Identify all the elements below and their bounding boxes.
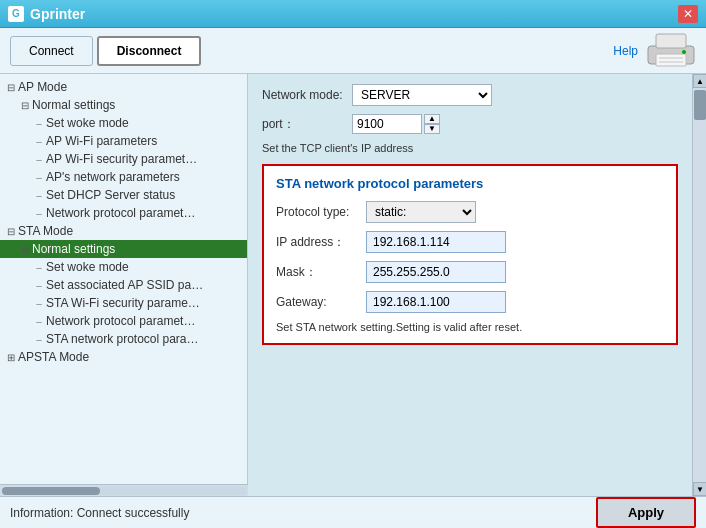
mask-input[interactable] (366, 261, 506, 283)
tree-item-label: Set woke mode (46, 260, 129, 274)
svg-point-5 (682, 50, 686, 54)
printer-icon (646, 32, 696, 70)
main-content: ⊟ AP Mode ⊟ Normal settings – Set woke m… (0, 74, 706, 496)
tree-item-set-dhcp[interactable]: – Set DHCP Server status (0, 186, 247, 204)
tree-item-label: AP Wi-Fi security paramet… (46, 152, 197, 166)
expand-icon: ⊞ (4, 352, 18, 363)
expand-icon: – (32, 208, 46, 219)
expand-icon: – (32, 298, 46, 309)
expand-icon: – (32, 316, 46, 327)
expand-icon: – (32, 154, 46, 165)
tree-item-label: Network protocol paramet… (46, 206, 195, 220)
expand-icon: – (32, 334, 46, 345)
hint-text: Set the TCP client's IP address (262, 142, 678, 154)
tree-item-sta-mode[interactable]: ⊟ STA Mode (0, 222, 247, 240)
protocol-type-select[interactable]: static: dynamic (366, 201, 476, 223)
right-panel: Network mode: SERVER CLIENT port： ▲ ▼ Se… (248, 74, 692, 496)
port-down-button[interactable]: ▼ (424, 124, 440, 134)
port-up-button[interactable]: ▲ (424, 114, 440, 124)
svg-rect-1 (656, 34, 686, 48)
expand-icon: – (32, 262, 46, 273)
toolbar: Connect Disconnect Help (0, 28, 706, 74)
tree-item-label: STA Mode (18, 224, 73, 238)
tree-panel: ⊟ AP Mode ⊟ Normal settings – Set woke m… (0, 74, 248, 496)
expand-icon: – (32, 136, 46, 147)
tree-item-label: Normal settings (32, 242, 115, 256)
gateway-row: Gateway: (276, 291, 664, 313)
tree-item-label: STA network protocol para… (46, 332, 199, 346)
scroll-down-arrow[interactable]: ▼ (693, 482, 706, 496)
red-section: STA network protocol parameters Protocol… (262, 164, 678, 345)
protocol-type-row: Protocol type: static: dynamic (276, 201, 664, 223)
protocol-type-label: Protocol type: (276, 205, 366, 219)
expand-icon: ⊟ (4, 226, 18, 237)
tree-item-network-proto-ap[interactable]: – Network protocol paramet… (0, 204, 247, 222)
tree-item-label: AP Mode (18, 80, 67, 94)
ip-address-row: IP address： (276, 231, 664, 253)
expand-icon: ⊟ (18, 100, 32, 111)
svg-rect-3 (659, 57, 683, 59)
port-row: port： ▲ ▼ (262, 114, 678, 134)
tree-item-ap-wifi-security[interactable]: – AP Wi-Fi security paramet… (0, 150, 247, 168)
help-link[interactable]: Help (613, 44, 638, 58)
disconnect-button[interactable]: Disconnect (97, 36, 202, 66)
tree-item-label: Set associated AP SSID pa… (46, 278, 203, 292)
title-bar: G Gprinter ✕ (0, 0, 706, 28)
app-title: Gprinter (30, 6, 85, 22)
expand-icon: – (32, 172, 46, 183)
expand-icon: – (32, 280, 46, 291)
tree-item-label: AP Wi-Fi parameters (46, 134, 157, 148)
section-hint: Set STA network setting.Setting is valid… (276, 321, 664, 333)
status-text: Information: Connect successfully (10, 506, 189, 520)
tree-item-normal-settings-ap[interactable]: ⊟ Normal settings (0, 96, 247, 114)
toolbar-right: Help (613, 32, 696, 70)
close-button[interactable]: ✕ (678, 5, 698, 23)
tree-item-sta-ssid[interactable]: – Set associated AP SSID pa… (0, 276, 247, 294)
tree-item-label: STA Wi-Fi security parame… (46, 296, 200, 310)
tree-item-sta-network-proto[interactable]: – Network protocol paramet… (0, 312, 247, 330)
status-bar: Information: Connect successfully Apply (0, 496, 706, 528)
scroll-thumb[interactable] (694, 90, 706, 120)
tree-h-scrollbar[interactable] (0, 484, 248, 496)
svg-rect-4 (659, 61, 683, 63)
tree-item-ap-mode[interactable]: ⊟ AP Mode (0, 78, 247, 96)
expand-icon: – (32, 190, 46, 201)
network-mode-select[interactable]: SERVER CLIENT (352, 84, 492, 106)
right-scrollbar[interactable]: ▲ ▼ (692, 74, 706, 496)
app-icon: G (8, 6, 24, 22)
expand-icon: ⊟ (4, 82, 18, 93)
expand-icon: ⊟ (18, 244, 32, 255)
port-input[interactable] (352, 114, 422, 134)
gateway-label: Gateway: (276, 295, 366, 309)
tree-item-label: AP's network parameters (46, 170, 180, 184)
tree-item-ap-wifi-params[interactable]: – AP Wi-Fi parameters (0, 132, 247, 150)
tree-item-sta-wifi-security[interactable]: – STA Wi-Fi security parame… (0, 294, 247, 312)
tree-item-label: APSTA Mode (18, 350, 89, 364)
tree-item-label: Set DHCP Server status (46, 188, 175, 202)
gateway-input[interactable] (366, 291, 506, 313)
toolbar-buttons: Connect Disconnect (10, 36, 201, 66)
connect-button[interactable]: Connect (10, 36, 93, 66)
expand-icon: – (32, 118, 46, 129)
tree-item-set-woke-sta[interactable]: – Set woke mode (0, 258, 247, 276)
tree-item-label: Set woke mode (46, 116, 129, 130)
mask-label: Mask： (276, 264, 366, 281)
apply-button[interactable]: Apply (596, 497, 696, 528)
network-mode-row: Network mode: SERVER CLIENT (262, 84, 678, 106)
tree-item-label: Network protocol paramet… (46, 314, 195, 328)
tree-item-label: Normal settings (32, 98, 115, 112)
network-mode-label: Network mode: (262, 88, 352, 102)
tree-item-set-woke-ap[interactable]: – Set woke mode (0, 114, 247, 132)
ip-address-input[interactable] (366, 231, 506, 253)
tree-item-sta-net-proto-params[interactable]: – STA network protocol para… (0, 330, 247, 348)
port-spinner: ▲ ▼ (424, 114, 440, 134)
port-label: port： (262, 116, 352, 133)
tree-item-aps-network[interactable]: – AP's network parameters (0, 168, 247, 186)
scroll-up-arrow[interactable]: ▲ (693, 74, 706, 88)
ip-address-label: IP address： (276, 234, 366, 251)
tree-item-normal-settings-sta[interactable]: ⊟ Normal settings (0, 240, 247, 258)
mask-row: Mask： (276, 261, 664, 283)
red-section-title: STA network protocol parameters (276, 176, 664, 191)
svg-rect-2 (656, 54, 686, 66)
tree-item-apsta-mode[interactable]: ⊞ APSTA Mode (0, 348, 247, 366)
